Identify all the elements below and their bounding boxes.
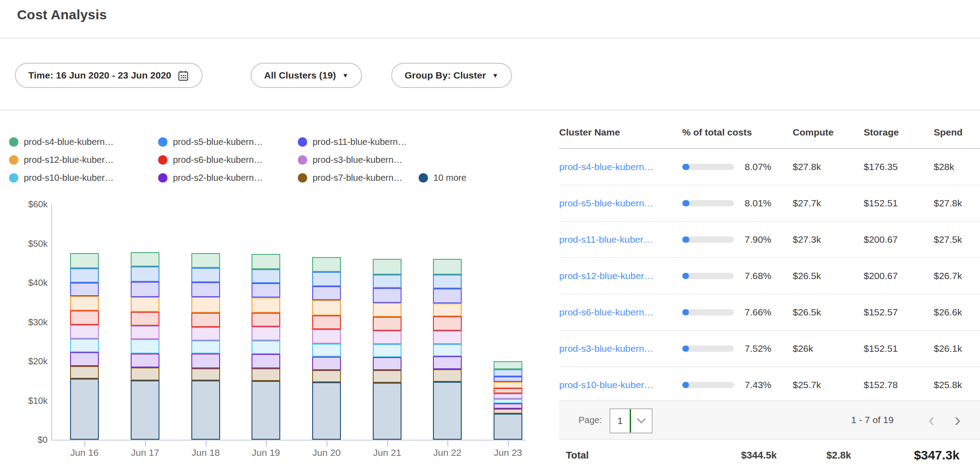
bar-segment[interactable] — [433, 275, 462, 289]
bar-segment[interactable] — [373, 383, 402, 440]
bar-segment[interactable] — [373, 344, 402, 357]
bar-segment[interactable] — [312, 257, 341, 272]
bar-segment[interactable] — [252, 354, 280, 368]
bar-segment[interactable] — [252, 254, 280, 269]
bar-segment[interactable] — [373, 303, 402, 317]
bar-segment[interactable] — [494, 399, 522, 403]
legend-item[interactable]: prod-s11-blue-kubern… — [298, 136, 407, 148]
bar-segment[interactable] — [494, 409, 522, 414]
bar-segment[interactable] — [433, 369, 462, 381]
legend-item[interactable]: prod-s4-blue-kubern… — [9, 136, 114, 148]
bar-segment[interactable] — [433, 331, 462, 344]
bar-segment[interactable] — [373, 357, 402, 370]
bar-segment[interactable] — [252, 297, 280, 313]
page-select-dropdown[interactable]: 1 — [609, 408, 653, 433]
bar-segment[interactable] — [70, 310, 99, 325]
bar-segment[interactable] — [191, 341, 220, 354]
bar-segment[interactable] — [191, 354, 220, 368]
group-by-dropdown[interactable]: Group By: Cluster ▼ — [391, 63, 512, 88]
bar-segment[interactable] — [494, 382, 522, 388]
bar-segment[interactable] — [70, 366, 99, 378]
legend-item[interactable]: prod-s12-blue-kuber… — [9, 154, 114, 166]
bar-segment[interactable] — [494, 388, 522, 393]
bar-segment[interactable] — [252, 269, 280, 283]
legend-item[interactable]: prod-s7-blue-kubern… — [298, 172, 402, 184]
bar-segment[interactable] — [70, 296, 99, 310]
bar-segment[interactable] — [433, 259, 462, 275]
bar-segment[interactable] — [312, 272, 341, 286]
bar-segment[interactable] — [252, 313, 280, 327]
bar-segment[interactable] — [131, 339, 159, 354]
bar-segment[interactable] — [191, 327, 220, 341]
bar-segment[interactable] — [131, 282, 159, 297]
cluster-name-link[interactable]: prod-s11-blue-kuber… — [559, 234, 682, 245]
cluster-name-link[interactable]: prod-s12-blue-kuber… — [559, 271, 682, 281]
bar-segment[interactable] — [252, 368, 280, 381]
bar-segment[interactable] — [494, 393, 522, 399]
bar-segment[interactable] — [312, 357, 341, 370]
bar-segment[interactable] — [433, 303, 462, 317]
bar-segment[interactable] — [70, 339, 99, 352]
bar-segment[interactable] — [252, 381, 280, 440]
bar-segment[interactable] — [433, 344, 462, 356]
bar-segment[interactable] — [312, 370, 341, 382]
next-page-icon[interactable]: › — [954, 401, 961, 439]
bar-segment[interactable] — [373, 275, 402, 288]
bar-segment[interactable] — [312, 329, 341, 344]
bar-segment[interactable] — [70, 253, 99, 268]
bar-segment[interactable] — [494, 369, 522, 377]
bar-segment[interactable] — [494, 414, 522, 440]
bar-segment[interactable] — [312, 315, 341, 330]
bar-segment[interactable] — [191, 297, 220, 313]
bar-segment[interactable] — [191, 313, 220, 327]
bar-segment[interactable] — [494, 376, 522, 382]
legend-item[interactable]: prod-s3-blue-kubern… — [298, 154, 402, 166]
bar-segment[interactable] — [373, 331, 402, 345]
bar-segment[interactable] — [312, 300, 341, 315]
bar-segment[interactable] — [433, 356, 462, 370]
bar-segment[interactable] — [373, 259, 402, 275]
bar-segment[interactable] — [252, 283, 280, 297]
cluster-name-link[interactable]: prod-s4-blue-kubern… — [559, 162, 682, 172]
legend-item[interactable]: prod-s5-blue-kubern… — [158, 136, 263, 148]
bar-segment[interactable] — [494, 403, 522, 409]
clusters-filter-dropdown[interactable]: All Clusters (19) ▼ — [251, 63, 362, 88]
bar-segment[interactable] — [252, 341, 280, 354]
bar-segment[interactable] — [191, 368, 220, 380]
bar-segment[interactable] — [312, 286, 341, 301]
bar-segment[interactable] — [131, 252, 159, 267]
bar-segment[interactable] — [191, 380, 220, 440]
bar-segment[interactable] — [433, 382, 462, 440]
bar-segment[interactable] — [312, 344, 341, 357]
legend-item[interactable]: prod-s6-blue-kubern… — [158, 154, 263, 166]
bar-segment[interactable] — [131, 367, 159, 380]
bar-segment[interactable] — [433, 316, 462, 331]
bar-segment[interactable] — [312, 382, 341, 440]
bar-segment[interactable] — [191, 268, 220, 282]
bar-segment[interactable] — [373, 370, 402, 383]
bar-segment[interactable] — [433, 288, 462, 303]
cluster-name-link[interactable]: prod-s5-blue-kubern… — [559, 198, 682, 209]
bar-segment[interactable] — [191, 282, 220, 297]
bar-segment[interactable] — [131, 267, 159, 282]
bar-segment[interactable] — [494, 361, 522, 369]
bar-segment[interactable] — [70, 268, 99, 283]
bar-segment[interactable] — [131, 297, 159, 312]
bar-segment[interactable] — [70, 379, 99, 440]
bar-segment[interactable] — [373, 288, 402, 302]
bar-segment[interactable] — [70, 352, 99, 367]
bar-segment[interactable] — [131, 354, 159, 367]
legend-item[interactable]: prod-s2-blue-kubern… — [158, 172, 263, 184]
legend-item[interactable]: 10 more — [419, 172, 466, 184]
legend-item[interactable]: prod-s10-blue-kuber… — [9, 172, 114, 184]
bar-segment[interactable] — [131, 326, 159, 339]
bar-segment[interactable] — [70, 283, 99, 296]
time-range-filter-button[interactable]: Time: 16 Jun 2020 - 23 Jun 2020 — [15, 63, 203, 88]
cluster-name-link[interactable]: prod-s10-blue-kuber… — [559, 380, 682, 390]
cluster-name-link[interactable]: prod-s6-blue-kubern… — [559, 307, 682, 318]
bar-segment[interactable] — [191, 253, 220, 267]
cluster-name-link[interactable]: prod-s3-blue-kubern… — [559, 343, 682, 354]
bar-segment[interactable] — [70, 325, 99, 339]
bar-segment[interactable] — [131, 312, 159, 326]
bar-segment[interactable] — [131, 380, 159, 440]
